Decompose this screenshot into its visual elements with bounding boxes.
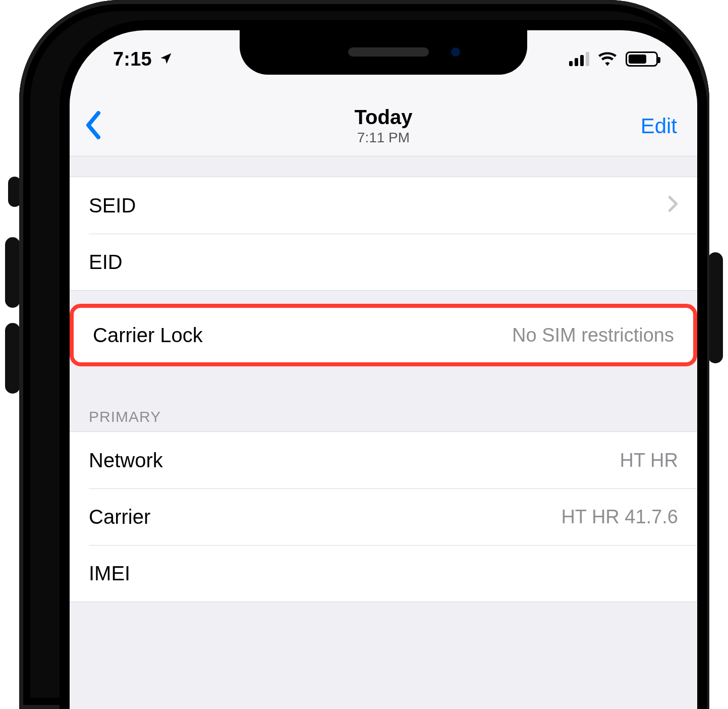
content-scroll[interactable]: SEID EID: [70, 156, 697, 709]
row-value: HT HR: [620, 450, 678, 471]
front-camera-icon: [449, 45, 462, 59]
wifi-icon: [598, 52, 617, 66]
location-arrow-icon: [159, 48, 173, 70]
row-value: No SIM restrictions: [512, 324, 674, 346]
row-network[interactable]: Network HT HR: [70, 432, 697, 488]
status-right: [569, 51, 658, 67]
row-label: Carrier Lock: [93, 324, 203, 347]
row-value: HT HR 41.7.6: [561, 506, 678, 528]
nav-title: Today: [355, 106, 413, 129]
status-time: 7:15: [113, 48, 152, 70]
row-eid[interactable]: EID: [70, 234, 697, 290]
volume-down-button: [5, 323, 20, 394]
battery-icon: [626, 51, 658, 67]
separator: [70, 602, 697, 602]
status-left: 7:15: [113, 48, 173, 70]
nav-title-group: Today 7:11 PM: [355, 106, 413, 146]
nav-subtitle: 7:11 PM: [355, 130, 413, 146]
phone-screen: 7:15: [70, 30, 697, 709]
row-carrier-lock[interactable]: Carrier Lock No SIM restrictions: [74, 308, 693, 362]
volume-up-button: [5, 237, 20, 308]
speaker-grill: [348, 47, 429, 57]
section-gap: [70, 366, 697, 402]
row-label: Network: [89, 449, 163, 472]
stage: 7:15: [0, 0, 728, 709]
row-label: IMEI: [89, 562, 130, 585]
row-label: EID: [89, 251, 123, 274]
cellular-signal-icon: [569, 52, 589, 66]
battery-fill: [629, 54, 646, 64]
row-label: Carrier: [89, 506, 150, 528]
chevron-right-icon: [668, 194, 678, 217]
back-button[interactable]: [85, 111, 102, 141]
separator: [70, 290, 697, 291]
group-primary: Network HT HR Carrier HT HR 41.7.6 IMEI: [70, 432, 697, 602]
row-label: SEID: [89, 194, 136, 217]
section-header-primary: PRIMARY: [70, 402, 697, 432]
side-button: [708, 252, 723, 363]
phone-body: 7:15: [19, 0, 709, 709]
notch: [240, 30, 527, 75]
edit-button[interactable]: Edit: [641, 114, 677, 138]
phone-bezel: 7:15: [60, 20, 707, 709]
row-carrier[interactable]: Carrier HT HR 41.7.6: [70, 488, 697, 545]
group-identifiers: SEID EID: [70, 177, 697, 290]
nav-bar: Today 7:11 PM Edit: [70, 96, 697, 156]
row-imei[interactable]: IMEI: [70, 545, 697, 602]
row-seid[interactable]: SEID: [70, 177, 697, 234]
group-carrier-lock-highlight: Carrier Lock No SIM restrictions: [70, 304, 697, 366]
